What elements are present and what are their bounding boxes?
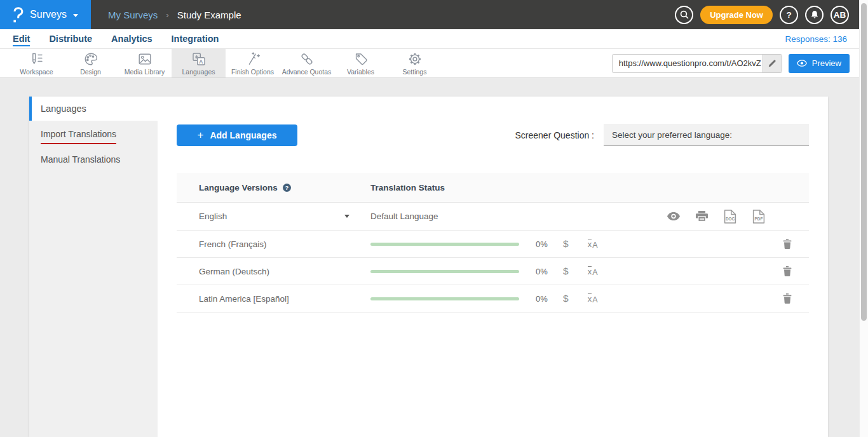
chevron-down-icon	[73, 14, 78, 17]
brand-label: Surveys	[30, 9, 67, 20]
auto-translate-button[interactable]: xA	[588, 266, 598, 277]
design-icon	[83, 51, 98, 67]
paid-translation-button[interactable]: $	[563, 293, 569, 304]
export-pdf-button[interactable]: PDF	[752, 210, 765, 224]
table-header: Language Versions ? Translation Status	[177, 173, 809, 203]
survey-nav: Edit Distribute Analytics Integration Re…	[0, 29, 859, 49]
screener-question: Screener Question : Select your preferre…	[515, 124, 809, 146]
panel-title: Languages	[29, 97, 828, 121]
sidebar-item-import-translations[interactable]: Import Translations	[29, 122, 158, 147]
col-language-versions: Language Versions	[199, 183, 278, 192]
toolbar-right: https://www.questionpro.com/t/AO2kvZ Pre…	[612, 49, 859, 77]
toolbar-item-finish-options[interactable]: Finish Options	[226, 49, 280, 77]
trash-icon	[783, 239, 792, 249]
edit-url-button[interactable]	[763, 55, 782, 72]
responses-count[interactable]: Responses: 136	[785, 29, 847, 48]
media-library-icon	[137, 51, 153, 67]
topbar: Surveys My Surveys › Study Example Upgra…	[0, 0, 859, 29]
delete-language-button[interactable]	[783, 239, 792, 249]
breadcrumb-separator: ›	[166, 10, 168, 20]
brand-menu[interactable]: Surveys	[0, 0, 91, 29]
tab-distribute[interactable]: Distribute	[49, 29, 92, 48]
toolbar-item-advance-quotas[interactable]: Advance Quotas	[280, 49, 334, 77]
translation-progress-bar	[370, 243, 519, 246]
languages-icon: A	[191, 51, 207, 67]
translation-progress-bar	[370, 297, 519, 300]
help-button[interactable]: ?	[780, 6, 798, 24]
variables-icon	[353, 51, 369, 67]
survey-url-box: https://www.questionpro.com/t/AO2kvZ	[612, 54, 782, 73]
paid-translation-button[interactable]: $	[563, 266, 569, 277]
languages-panel: Languages Import Translations Manual Tra…	[29, 97, 828, 437]
sidebar-item-manual-translations[interactable]: Manual Translations	[29, 147, 158, 171]
add-languages-button[interactable]: + Add Languages	[177, 124, 297, 146]
finish-options-icon	[245, 51, 261, 67]
tab-edit[interactable]: Edit	[13, 29, 30, 48]
eye-icon	[797, 60, 807, 67]
panel-sidebar: Import Translations Manual Translations	[29, 121, 158, 437]
plus-icon: +	[198, 129, 204, 142]
advance-quotas-icon	[299, 51, 315, 67]
default-language-status: Default Language	[370, 212, 438, 221]
preview-button[interactable]: Preview	[789, 54, 850, 73]
preview-eye-button[interactable]	[667, 212, 680, 220]
question-mark-icon: ?	[786, 10, 791, 20]
table-row-language: Latin America [Español] 0% $ xA	[177, 285, 809, 313]
trash-icon	[783, 293, 792, 304]
toolbar-item-design[interactable]: Design	[64, 49, 118, 77]
search-icon	[680, 10, 689, 19]
search-button[interactable]	[675, 6, 693, 24]
chevron-down-icon[interactable]	[344, 215, 349, 218]
export-doc-button[interactable]: DOC	[724, 210, 736, 224]
notifications-button[interactable]	[805, 6, 824, 24]
print-button[interactable]	[696, 211, 708, 222]
help-circle-icon[interactable]: ?	[283, 184, 291, 192]
delete-language-button[interactable]	[783, 266, 792, 276]
table-row-language: German (Deutsch) 0% $ xA	[177, 258, 809, 285]
toolbar-item-settings[interactable]: Settings	[388, 49, 442, 77]
survey-url-input[interactable]: https://www.questionpro.com/t/AO2kvZ	[613, 55, 763, 72]
screener-question-select[interactable]: Select your preferred language:	[604, 124, 809, 146]
avatar[interactable]: AB	[831, 6, 849, 24]
settings-icon	[407, 51, 423, 67]
auto-translate-button[interactable]: xA	[588, 239, 598, 250]
breadcrumb: My Surveys › Study Example	[108, 10, 241, 20]
scrollbar-thumb[interactable]	[861, 3, 867, 321]
screener-question-label: Screener Question :	[515, 130, 594, 140]
progress-percent: 0%	[536, 239, 548, 249]
translation-progress-bar	[370, 270, 519, 273]
progress-percent: 0%	[536, 294, 548, 304]
bell-icon	[811, 11, 818, 19]
toolbar-item-variables[interactable]: Variables	[334, 49, 388, 77]
page: Surveys My Surveys › Study Example Upgra…	[0, 0, 859, 437]
tab-integration[interactable]: Integration	[172, 29, 219, 48]
delete-language-button[interactable]	[783, 293, 792, 304]
breadcrumb-current: Study Example	[177, 10, 241, 20]
eye-icon	[667, 212, 680, 220]
edit-toolbar: Workspace Design Media Library A Languag…	[0, 49, 859, 78]
languages-table: Language Versions ? Translation Status E…	[177, 173, 809, 313]
progress-percent: 0%	[536, 267, 548, 276]
tab-analytics[interactable]: Analytics	[111, 29, 152, 48]
default-language-name: English	[199, 212, 227, 221]
toolbar-item-workspace[interactable]: Workspace	[10, 49, 64, 77]
default-row-actions: DOC PDF	[667, 210, 765, 224]
svg-text:DOC: DOC	[726, 216, 735, 220]
trash-icon	[783, 266, 792, 276]
col-translation-status: Translation Status	[370, 183, 445, 192]
content-area: Languages Import Translations Manual Tra…	[0, 78, 859, 437]
svg-text:A: A	[199, 58, 203, 64]
table-row-language: French (Français) 0% $ xA	[177, 231, 809, 258]
toolbar-item-media-library[interactable]: Media Library	[118, 49, 172, 77]
topbar-actions: Upgrade Now ? AB	[675, 6, 859, 24]
paid-translation-button[interactable]: $	[563, 238, 569, 250]
page-scrollbar[interactable]	[859, 0, 868, 437]
workspace-icon	[29, 51, 44, 67]
breadcrumb-my-surveys[interactable]: My Surveys	[108, 10, 158, 20]
pdf-file-icon: PDF	[752, 210, 765, 224]
auto-translate-button[interactable]: xA	[588, 293, 598, 304]
table-row-default-language: English Default Language DOC PDF	[177, 203, 809, 231]
toolbar-item-languages[interactable]: A Languages	[172, 49, 226, 77]
upgrade-now-button[interactable]: Upgrade Now	[700, 6, 773, 24]
doc-file-icon: DOC	[724, 210, 736, 224]
